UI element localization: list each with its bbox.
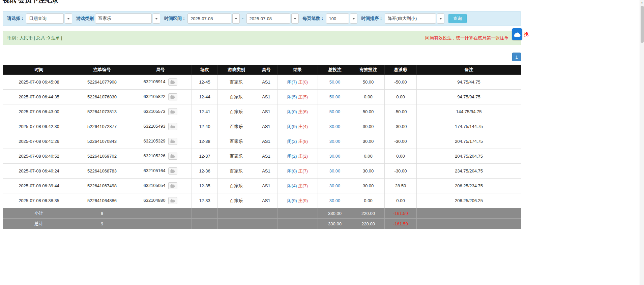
- floating-widget: 挽: [512, 28, 529, 40]
- video-replay-button[interactable]: [168, 78, 177, 86]
- cell-table-no: AS1: [255, 75, 277, 90]
- cell-result: 闲(2) 庄(2): [277, 149, 318, 164]
- cell-table-no: AS1: [255, 134, 277, 149]
- date-to-dropdown-button[interactable]: [291, 13, 299, 24]
- cell-remark: 144.75/94.75: [417, 104, 521, 119]
- cell-remark: 204.75/204.75: [417, 149, 521, 164]
- summary-payout: -161.50: [385, 219, 417, 229]
- video-replay-button[interactable]: [168, 153, 177, 160]
- cell-game-type: 百家乐: [218, 90, 255, 104]
- cell-session: 12-33: [192, 193, 218, 208]
- round-id-text: 632105573: [143, 109, 165, 114]
- cloud-button[interactable]: [512, 28, 522, 40]
- chevron-down-icon: [235, 18, 237, 20]
- camera-icon: [170, 184, 175, 188]
- cell-table-no: AS1: [255, 90, 277, 104]
- video-replay-button[interactable]: [168, 138, 177, 145]
- cell-table-no: AS1: [255, 193, 277, 208]
- pagination: 1: [3, 53, 521, 61]
- scroll-thumb[interactable]: [641, 6, 644, 43]
- sort-order-label: 时间排序：: [361, 15, 383, 22]
- summary-empty-cell: [218, 219, 255, 229]
- camera-icon: [170, 139, 175, 144]
- video-replay-button[interactable]: [168, 197, 177, 204]
- cell-payout: -30.00: [385, 119, 417, 134]
- cell-total-bet[interactable]: 30.00: [318, 149, 352, 164]
- game-type-input[interactable]: [95, 13, 152, 24]
- sort-order-dropdown-button[interactable]: [437, 13, 444, 24]
- result-banker: 庄(6): [298, 109, 308, 114]
- video-replay-button[interactable]: [168, 123, 177, 130]
- cell-payout: 28.50: [385, 179, 417, 193]
- cell-total-bet[interactable]: 30.00: [318, 119, 352, 134]
- summary-total-bet: 330.00: [318, 219, 352, 229]
- page-size-input[interactable]: [326, 13, 349, 24]
- date-mode-input[interactable]: [26, 13, 64, 24]
- cell-payout: -50.00: [385, 104, 417, 119]
- cell-session: 12-45: [192, 75, 218, 90]
- cell-total-bet[interactable]: 30.00: [318, 179, 352, 193]
- game-type-dropdown-button[interactable]: [153, 13, 160, 24]
- table-row: 2025-07-08 06:38:35522641064886632104880…: [3, 193, 521, 208]
- summary-empty-cell: [255, 219, 277, 229]
- cell-remark: 204.75/174.75: [417, 134, 521, 149]
- video-replay-button[interactable]: [168, 93, 177, 100]
- cell-total-bet[interactable]: 50.00: [318, 75, 352, 90]
- result-player: 闲(8): [287, 168, 297, 173]
- date-to-input[interactable]: [246, 13, 290, 24]
- column-header: 时间: [3, 65, 75, 75]
- search-button[interactable]: 查询: [448, 14, 467, 23]
- table-body: 2025-07-08 06:45:08522641077908632105914…: [3, 75, 521, 229]
- cell-result: 闲(8) 庄(7): [277, 164, 318, 179]
- cell-total-bet[interactable]: 30.00: [318, 164, 352, 179]
- date-mode-dropdown-button[interactable]: [65, 13, 72, 24]
- page-button-1[interactable]: 1: [512, 53, 521, 61]
- summary-label: 总计: [3, 219, 75, 229]
- cell-session: 12-37: [192, 149, 218, 164]
- cell-bet-id: 522641072877: [75, 119, 129, 134]
- cell-result: 闲(2) 庄(8): [277, 134, 318, 149]
- result-banker: 庄(9): [298, 198, 308, 203]
- video-replay-button[interactable]: [168, 167, 177, 175]
- cell-total-bet[interactable]: 30.00: [318, 134, 352, 149]
- camera-icon: [170, 95, 175, 99]
- date-from-input[interactable]: [187, 13, 231, 24]
- page-size-dropdown-button[interactable]: [350, 13, 357, 24]
- date-range-separator: ~: [242, 16, 244, 21]
- result-banker: 庄(0): [298, 80, 308, 85]
- summary-count: 9: [75, 219, 129, 229]
- page-title: 视讯 会员下注纪录: [3, 0, 521, 5]
- cell-game-type: 百家乐: [218, 119, 255, 134]
- cell-round-id: 632105914: [129, 75, 192, 90]
- cell-bet-id: 522641073813: [75, 104, 129, 119]
- cell-time: 2025-07-08 06:45:08: [3, 75, 75, 90]
- video-replay-button[interactable]: [168, 108, 177, 115]
- summary-empty-cell: [417, 219, 521, 229]
- video-replay-button[interactable]: [168, 182, 177, 189]
- cell-total-bet[interactable]: 50.00: [318, 90, 352, 104]
- result-player: 闲(2): [287, 139, 297, 144]
- cell-bet-id: 522641069702: [75, 149, 129, 164]
- column-header: 游戏类别: [218, 65, 255, 75]
- vertical-scrollbar[interactable]: ▲: [640, 0, 644, 285]
- cell-payout: 0.00: [385, 193, 417, 208]
- cell-result: 闲(0) 庄(6): [277, 104, 318, 119]
- cell-result: 闲(5) 庄(5): [277, 90, 318, 104]
- game-type-label: 游戏类别: [76, 15, 94, 22]
- date-from-dropdown-button[interactable]: [232, 13, 240, 24]
- cell-round-id: 632105329: [129, 134, 192, 149]
- sort-order-select: [385, 13, 444, 24]
- scroll-up-arrow-icon[interactable]: ▲: [640, 0, 644, 5]
- sort-order-input[interactable]: [385, 13, 436, 24]
- cell-payout: 0.00: [385, 90, 417, 104]
- column-header: 局号: [129, 65, 192, 75]
- cell-round-id: 632105822: [129, 90, 192, 104]
- cell-total-bet[interactable]: 30.00: [318, 193, 352, 208]
- column-header: 总投注: [318, 65, 352, 75]
- cell-total-bet[interactable]: 50.00: [318, 104, 352, 119]
- cell-time: 2025-07-08 06:39:44: [3, 179, 75, 193]
- cell-valid-bet: 50.00: [352, 75, 385, 90]
- cell-session: 12-36: [192, 164, 218, 179]
- result-banker: 庄(7): [298, 168, 308, 173]
- cell-session: 12-35: [192, 179, 218, 193]
